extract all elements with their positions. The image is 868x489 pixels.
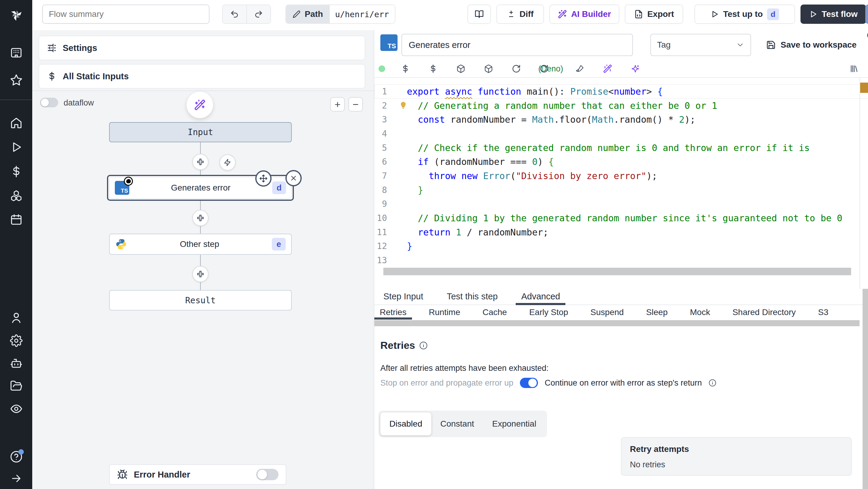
subtab-early-stop[interactable]: Early Stop: [527, 305, 570, 319]
subtab-s3[interactable]: S3: [816, 305, 830, 319]
partial-deploy-button[interactable]: [865, 4, 868, 24]
diff-button[interactable]: Diff: [496, 4, 544, 24]
all-static-inputs-card[interactable]: All Static Inputs: [38, 64, 365, 89]
test-flow-button[interactable]: Test flow: [801, 4, 866, 24]
flow-node-input[interactable]: Input: [109, 122, 292, 142]
error-handler-toggle[interactable]: [256, 469, 278, 480]
audit-eye-icon[interactable]: [10, 402, 23, 415]
editor-horizontal-scrollbar[interactable]: [383, 268, 851, 275]
flow-summary-input[interactable]: [42, 4, 210, 24]
subtab-mock[interactable]: Mock: [688, 305, 712, 319]
variables-icon[interactable]: [429, 64, 438, 73]
info-icon[interactable]: [709, 379, 716, 387]
code-line[interactable]: 12}: [374, 239, 868, 253]
workers-bot-icon[interactable]: [10, 357, 23, 370]
code-line[interactable]: 1export async function main(): Promise<n…: [374, 84, 868, 99]
retry-mode-disabled[interactable]: Disabled: [380, 412, 431, 435]
format-brush-icon[interactable]: [575, 64, 584, 73]
insert-step-button[interactable]: [192, 154, 209, 170]
continue-on-error-toggle[interactable]: [520, 378, 538, 388]
retry-mode-exponential[interactable]: Exponential: [483, 412, 545, 435]
trigger-zap-button[interactable]: [219, 154, 236, 171]
workspace-building-icon[interactable]: [10, 47, 23, 59]
step-editor-panel: TS Tag Save to workspace (Deno): [374, 30, 868, 489]
step-name-input[interactable]: [401, 34, 633, 56]
redo-button[interactable]: [246, 5, 270, 23]
flow-node-result[interactable]: Result: [109, 290, 292, 310]
zoom-in-button[interactable]: +: [330, 97, 345, 112]
help-icon[interactable]: [10, 450, 23, 463]
lightbulb-icon[interactable]: [399, 101, 407, 110]
settings-gear-icon[interactable]: [10, 334, 23, 347]
subtabs-horizontal-scrollbar[interactable]: [374, 320, 860, 326]
flow-node-generates-error[interactable]: TS Generates error d: [107, 175, 294, 201]
code-line[interactable]: 10 // Dividing 1 by the generated random…: [374, 211, 868, 225]
package-icon[interactable]: [484, 64, 493, 73]
tab-advanced[interactable]: Advanced: [516, 288, 565, 305]
error-handler-card[interactable]: Error Handler: [109, 464, 286, 485]
path-value[interactable]: u/henri/err: [330, 5, 395, 23]
code-line[interactable]: 13: [374, 253, 868, 267]
tab-step-input[interactable]: Step Input: [378, 288, 429, 305]
test-up-to-button[interactable]: Test up to d: [694, 4, 795, 24]
code-line[interactable]: 9: [374, 197, 868, 211]
code-line[interactable]: 8 }: [374, 183, 868, 197]
schedules-calendar-icon[interactable]: [10, 213, 23, 226]
flow-ai-wand-button[interactable]: [187, 92, 213, 118]
undo-button[interactable]: [223, 5, 246, 23]
docs-button[interactable]: [467, 4, 491, 24]
package-icon[interactable]: [456, 64, 465, 73]
deno-runtime-label[interactable]: (Deno): [538, 64, 563, 73]
runs-play-icon[interactable]: [10, 141, 23, 153]
reload-icon[interactable]: [512, 64, 521, 73]
code-editor[interactable]: 1export async function main(): Promise<n…: [374, 77, 868, 289]
static-inputs-icon[interactable]: [401, 64, 410, 73]
subtab-retries[interactable]: Retries: [378, 305, 408, 319]
expand-sidebar-arrow-icon[interactable]: [10, 472, 23, 485]
subtab-runtime[interactable]: Runtime: [427, 305, 462, 319]
ai-wand-icon[interactable]: [603, 64, 612, 73]
delete-step-button[interactable]: [285, 170, 302, 186]
code-line[interactable]: 3 const randomNumber = Math.floor(Math.r…: [374, 113, 868, 127]
subtab-shared-directory[interactable]: Shared Directory: [731, 305, 798, 319]
path-control[interactable]: Path u/henri/err: [285, 4, 396, 24]
continue-on-error-label[interactable]: Continue on error with error as step's r…: [545, 378, 702, 388]
resources-boxes-icon[interactable]: [10, 189, 23, 202]
retry-mode-constant[interactable]: Constant: [431, 412, 483, 435]
panel-vertical-scrollbar[interactable]: [863, 289, 868, 489]
flow-node-other-step[interactable]: Other step e: [109, 234, 292, 255]
plus-icon: [196, 214, 205, 222]
windmill-logo-icon[interactable]: [10, 8, 23, 21]
flow-settings-card[interactable]: Settings: [38, 36, 365, 60]
user-icon[interactable]: [10, 311, 23, 324]
test-up-to-step-badge[interactable]: d: [767, 8, 779, 20]
code-line[interactable]: 5 // Check if the generated random numbe…: [374, 141, 868, 155]
ai-builder-button[interactable]: AI Builder: [550, 4, 619, 24]
tag-select[interactable]: Tag: [650, 34, 751, 56]
info-icon[interactable]: [419, 341, 428, 350]
stop-on-error-label[interactable]: Stop on error and propagate error up: [380, 378, 513, 388]
subtab-suspend[interactable]: Suspend: [589, 305, 626, 319]
variables-dollar-icon[interactable]: [10, 165, 23, 178]
subtab-sleep[interactable]: Sleep: [644, 305, 670, 319]
code-line[interactable]: 7 throw new Error("Division by zero erro…: [374, 169, 868, 183]
code-line[interactable]: 11 return 1 / randomNumber;: [374, 225, 868, 239]
home-icon[interactable]: [10, 117, 23, 129]
insert-step-button[interactable]: [192, 210, 209, 226]
subtab-cache[interactable]: Cache: [481, 305, 509, 319]
library-icon[interactable]: [849, 64, 858, 73]
tab-test-this-step[interactable]: Test this step: [441, 288, 503, 305]
move-step-button[interactable]: [255, 170, 272, 187]
dataflow-toggle[interactable]: [40, 98, 58, 107]
save-to-workspace-button[interactable]: Save to workspace: [766, 34, 857, 56]
code-line[interactable]: 4: [374, 127, 868, 141]
zoom-out-button[interactable]: −: [348, 97, 363, 112]
folders-icon[interactable]: [10, 379, 23, 392]
path-edit-button[interactable]: Path: [286, 5, 330, 23]
export-button[interactable]: Export: [625, 4, 683, 24]
code-line[interactable]: 6 if (randomNumber === 0) {: [374, 155, 868, 169]
code-line[interactable]: 2 // Generating a random number that can…: [374, 99, 868, 113]
sparkles-icon[interactable]: [631, 64, 640, 73]
favorites-star-icon[interactable]: [10, 74, 23, 87]
insert-step-button[interactable]: [192, 266, 209, 282]
